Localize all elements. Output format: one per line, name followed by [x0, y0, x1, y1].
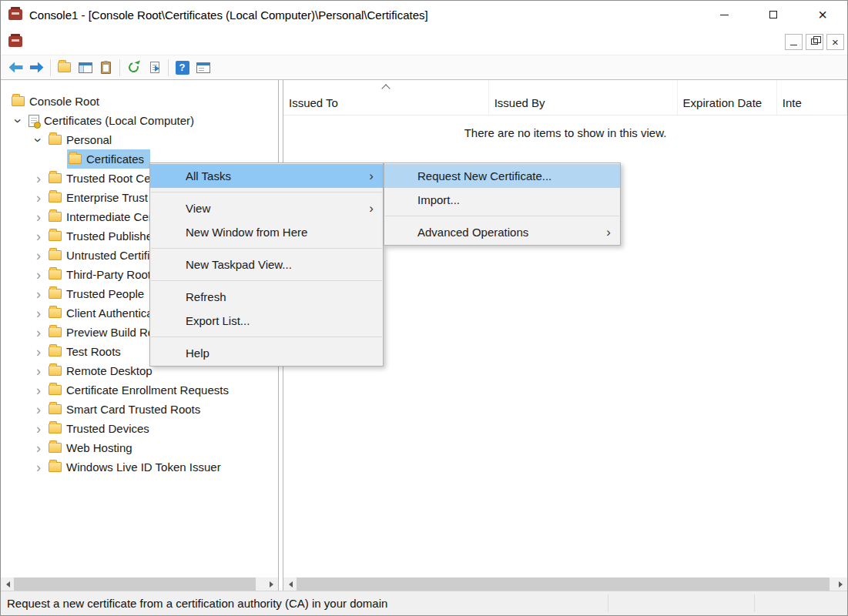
menu-item-request-new-certificate[interactable]: Request New Certificate...	[384, 164, 620, 188]
refresh-button[interactable]	[123, 58, 144, 78]
toolbar-separator	[50, 59, 51, 76]
tree-item-label: Console Root	[29, 95, 99, 108]
tree-item-certificates-local-computer[interactable]: › Certificates (Local Computer)	[1, 111, 278, 130]
mdi-restore-button[interactable]	[806, 34, 823, 50]
menu-item-view[interactable]: View ›	[150, 196, 383, 220]
menubar-item-action[interactable]	[45, 37, 65, 46]
console-tree-button[interactable]	[75, 58, 96, 78]
forward-button[interactable]	[26, 58, 47, 78]
tree-expander-icon[interactable]: ›	[30, 228, 47, 245]
scrollbar-track[interactable]	[14, 578, 265, 591]
menu-item-new-window-from-here[interactable]: New Window from Here	[150, 220, 383, 244]
up-folder-button[interactable]	[54, 58, 75, 78]
tree-expander-icon[interactable]: ›	[10, 112, 27, 129]
tree-item-trusted-devices[interactable]: › Trusted Devices	[1, 419, 278, 438]
tree-expander-icon[interactable]: ›	[30, 440, 47, 457]
tree-expander-icon[interactable]: ›	[30, 420, 47, 437]
folder-icon	[49, 424, 62, 434]
menu-item-export-list[interactable]: Export List...	[150, 309, 383, 333]
clipboard-button[interactable]	[96, 58, 116, 78]
tree-expander-icon[interactable]: ›	[30, 266, 47, 283]
menu-item-label: Advanced Operations	[417, 226, 528, 239]
tree-expander-icon[interactable]: ›	[30, 382, 47, 399]
menubar-item-favorites[interactable]	[85, 37, 106, 46]
toolbar-separator	[168, 59, 169, 76]
tree-expander-icon[interactable]: ›	[30, 209, 47, 226]
menu-item-new-taskpad-view[interactable]: New Taskpad View...	[150, 253, 383, 276]
column-header-issued-by[interactable]: Issued By	[489, 80, 678, 115]
minimize-icon	[720, 15, 729, 15]
maximize-button[interactable]	[749, 1, 798, 28]
scrollbar-thumb[interactable]	[14, 578, 256, 591]
folder-icon	[49, 308, 62, 318]
column-header-issued-to[interactable]: Issued To	[283, 80, 489, 115]
tree-item-windows-live-id-token-issuer[interactable]: › Windows Live ID Token Issuer	[1, 457, 278, 477]
menu-separator	[385, 216, 619, 216]
menu-item-help[interactable]: Help	[150, 341, 383, 365]
tree-item-web-hosting[interactable]: › Web Hosting	[1, 438, 278, 457]
tree-item-certificate-enrollment-requests[interactable]: › Certificate Enrollment Requests	[1, 380, 278, 400]
folder-icon	[49, 212, 62, 222]
menu-item-advanced-operations[interactable]: Advanced Operations ›	[384, 220, 620, 244]
menubar-item-window[interactable]	[106, 37, 126, 46]
scroll-left-button[interactable]	[283, 578, 297, 591]
status-text: Request a new certificate from a certifi…	[7, 597, 387, 610]
menubar-item-view[interactable]	[65, 37, 85, 46]
close-button[interactable]: ×	[798, 1, 847, 28]
mdi-close-button[interactable]: ×	[826, 34, 844, 50]
tree-item-content: Certificates	[67, 149, 150, 169]
scroll-left-button[interactable]	[1, 578, 14, 591]
tree-item-label: Remote Desktop	[66, 364, 153, 377]
menu-items	[25, 37, 146, 46]
menu-item-refresh[interactable]: Refresh	[150, 285, 383, 309]
tree-item-label: Certificates (Local Computer)	[44, 114, 194, 127]
scrollbar-thumb[interactable]	[297, 578, 830, 591]
status-bar: Request a new certificate from a certifi…	[1, 591, 847, 615]
tree-item-personal[interactable]: › Personal	[1, 130, 278, 149]
menu-separator	[151, 280, 382, 281]
column-header-expiration-date[interactable]: Expiration Date	[678, 80, 777, 115]
restore-icon	[811, 38, 818, 45]
tree-expander-icon[interactable]: ›	[30, 401, 47, 418]
arrow-right-icon	[839, 581, 846, 588]
mdi-window-controls: ×	[785, 34, 844, 50]
tree-item-label: Enterprise Trust	[66, 191, 148, 204]
tree-expander-icon[interactable]: ›	[30, 324, 47, 341]
tree-expander-icon[interactable]: ›	[30, 286, 47, 303]
tree-horizontal-scrollbar[interactable]	[1, 578, 278, 591]
tree-item-smart-card-trusted-roots[interactable]: › Smart Card Trusted Roots	[1, 400, 278, 419]
menubar-item-file[interactable]	[25, 37, 45, 46]
tree-expander-icon[interactable]: ›	[30, 170, 47, 187]
forward-icon	[30, 62, 44, 73]
tree-expander-icon[interactable]: ›	[30, 247, 47, 264]
folder-icon	[49, 250, 62, 260]
tree-item-content: Certificates (Local Computer)	[27, 111, 200, 130]
scrollbar-track[interactable]	[297, 578, 834, 591]
back-button[interactable]	[5, 58, 26, 78]
tree-expander-icon[interactable]: ›	[30, 189, 47, 206]
tree-expander-icon[interactable]: ›	[30, 363, 47, 380]
mdi-minimize-button[interactable]	[785, 34, 803, 50]
menubar-item-help[interactable]	[126, 37, 146, 46]
folder-icon	[49, 462, 62, 472]
menu-item-import[interactable]: Import...	[384, 188, 620, 212]
tree-item-label: Test Roots	[66, 345, 121, 358]
column-header-inte[interactable]: Inte	[777, 80, 847, 115]
export-list-button[interactable]	[144, 58, 165, 78]
tree-item-console-root[interactable]: Console Root	[1, 92, 278, 111]
tree-item-content: Smart Card Trusted Roots	[47, 400, 206, 419]
scroll-right-button[interactable]	[265, 578, 278, 591]
taskpad-button[interactable]	[193, 58, 213, 78]
status-divider	[608, 594, 608, 612]
help-button[interactable]	[172, 58, 193, 78]
scroll-right-button[interactable]	[834, 578, 847, 591]
tree-expander-icon[interactable]: ›	[30, 459, 47, 476]
tree-expander-icon[interactable]: ›	[30, 132, 47, 149]
menu-item-all-tasks[interactable]: All Tasks ›	[150, 164, 383, 188]
mmc-app-icon	[8, 9, 22, 20]
minimize-button[interactable]	[699, 1, 749, 28]
list-horizontal-scrollbar[interactable]	[283, 578, 847, 591]
tree-expander-icon[interactable]: ›	[30, 305, 47, 322]
column-label: Issued By	[494, 96, 545, 109]
tree-expander-icon[interactable]: ›	[30, 343, 47, 360]
